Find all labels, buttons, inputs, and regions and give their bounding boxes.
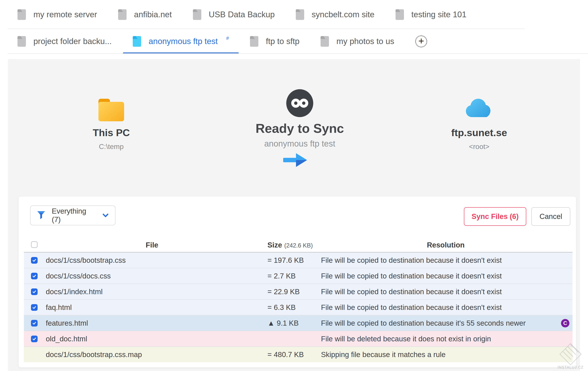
destination-path: <root> <box>424 142 535 151</box>
file-size: = 22.9 KB <box>267 288 300 296</box>
watermark: INSTALUJ.CZ <box>554 343 587 370</box>
app-window: my remote server anfibia.net USB Data Ba… <box>0 0 588 371</box>
chevron-down-icon <box>103 214 108 217</box>
file-name: old_doc.html <box>46 335 87 343</box>
resolution-text: File will be deleted because it does not… <box>321 335 491 343</box>
profile-tab[interactable]: USB Data Backup <box>193 0 275 29</box>
file-diff-table: File Size(242.6 KB) Resolution docs/1/cs… <box>24 240 573 362</box>
watermark-diamond-icon <box>559 343 582 365</box>
source-path: C:\temp <box>56 142 167 151</box>
profile-tab-label: anfibia.net <box>134 10 172 19</box>
profile-tab[interactable]: my remote server <box>18 0 97 29</box>
sync-files-button[interactable]: Sync Files (6) <box>464 207 526 226</box>
filter-label: Everything (7) <box>52 207 96 224</box>
file-name: docs/1/css/bootstrap.css <box>46 256 126 264</box>
profile-tab-label: project folder backu... <box>33 37 112 46</box>
profile-tab[interactable]: anonymous ftp test # <box>133 29 229 54</box>
column-header-size: Size(242.6 KB) <box>267 241 313 249</box>
profile-tab-label: anonymous ftp test <box>149 37 218 46</box>
remote-server-cloud-icon <box>465 98 494 121</box>
row-checkbox[interactable] <box>31 336 38 342</box>
profile-icon <box>133 36 141 47</box>
check-icon <box>32 337 36 341</box>
profile-tab[interactable]: syncbelt.com site <box>296 0 375 29</box>
file-name: docs/1/css/docs.css <box>46 272 111 280</box>
profile-tab[interactable]: project folder backu... <box>18 29 112 54</box>
copy-newer-badge: C <box>561 319 569 327</box>
resolution-text: File will be copied to destination becau… <box>321 288 502 296</box>
profile-icon <box>296 9 304 20</box>
source-title: This PC <box>56 127 167 139</box>
local-folder-icon <box>98 99 124 121</box>
profile-tab[interactable]: ftp to sftp <box>250 29 300 54</box>
add-profile-button[interactable]: + <box>415 35 427 47</box>
profile-icon <box>118 9 126 20</box>
filter-funnel-icon <box>37 211 45 220</box>
sync-status-icon <box>286 89 313 117</box>
profile-icon <box>193 9 201 20</box>
cancel-button[interactable]: Cancel <box>531 207 570 226</box>
profile-tabs-row-2: project folder backu... anonymous ftp te… <box>0 29 588 54</box>
table-row[interactable]: faq.html = 6.3 KB File will be copied to… <box>24 299 573 315</box>
column-header-file: File <box>119 241 185 249</box>
resolution-text: Skipping file because it matches a rule <box>321 350 446 359</box>
check-icon <box>32 274 36 278</box>
row-checkbox[interactable] <box>31 304 38 311</box>
column-header-resolution: Resolution <box>413 241 479 249</box>
check-icon <box>32 290 36 294</box>
resolution-text: File will be copied to destination becau… <box>321 272 502 280</box>
table-body: docs/1/css/bootstrap.css = 197.6 KB File… <box>24 252 573 362</box>
file-size: ▲ 9.1 KB <box>267 319 299 327</box>
check-icon <box>32 321 36 325</box>
profile-icon <box>18 9 26 20</box>
profile-tab[interactable]: testing site 101 <box>396 0 467 29</box>
infinity-icon <box>291 98 308 108</box>
table-row[interactable]: docs/1/css/docs.css = 2.7 KB File will b… <box>24 268 573 284</box>
profile-tab-label: ftp to sftp <box>266 37 300 46</box>
sync-status-title: Ready to Sync <box>233 121 366 136</box>
table-row[interactable]: docs/1/css/bootstrap.css.map = 480.7 KB … <box>24 346 573 362</box>
file-size: = 197.6 KB <box>267 256 304 264</box>
profile-icon <box>396 9 404 20</box>
table-row[interactable]: docs/1/index.html = 22.9 KB File will be… <box>24 284 573 299</box>
tabs-divider <box>8 53 588 54</box>
table-row[interactable]: docs/1/css/bootstrap.css = 197.6 KB File… <box>24 252 573 268</box>
profile-tabs-row-1: my remote server anfibia.net USB Data Ba… <box>0 0 588 29</box>
profile-tab-label: my photos to us <box>336 37 394 46</box>
row-checkbox[interactable] <box>31 257 38 264</box>
file-size: = 6.3 KB <box>267 303 296 312</box>
filter-dropdown[interactable]: Everything (7) <box>30 206 116 225</box>
profile-icon <box>321 36 329 47</box>
sync-preview-panel: Everything (7) Sync Files (6) Cancel Fil… <box>19 196 576 368</box>
sync-job-name: anonymous ftp test <box>233 139 366 149</box>
table-header: File Size(242.6 KB) Resolution <box>24 240 573 252</box>
table-row[interactable]: old_doc.html File will be deleted becaus… <box>24 331 573 346</box>
profile-tab-label: USB Data Backup <box>209 10 275 19</box>
resolution-text: File will be copied to destination becau… <box>321 256 502 264</box>
file-name: faq.html <box>46 303 72 312</box>
watermark-label: INSTALUJ.CZ <box>554 365 587 370</box>
sync-direction-arrow-icon <box>283 152 307 169</box>
destination-title: ftp.sunet.se <box>424 127 535 139</box>
profile-tab[interactable]: my photos to us <box>321 29 394 54</box>
select-all-checkbox[interactable] <box>31 241 38 248</box>
file-name: docs/1/css/bootstrap.css.map <box>46 350 142 359</box>
profile-tab[interactable]: anfibia.net <box>118 0 172 29</box>
profile-tab-suffix: # <box>226 35 229 41</box>
row-checkbox[interactable] <box>31 273 38 279</box>
plus-icon: + <box>418 36 424 46</box>
file-name: features.html <box>46 319 88 327</box>
file-name: docs/1/index.html <box>46 288 103 296</box>
profile-tab-label: syncbelt.com site <box>312 10 375 19</box>
check-icon <box>32 306 36 309</box>
profile-icon <box>18 36 26 47</box>
file-size: = 2.7 KB <box>267 272 296 280</box>
table-row[interactable]: features.html ▲ 9.1 KB File will be copi… <box>24 315 573 331</box>
row-checkbox[interactable] <box>31 320 38 327</box>
profile-icon <box>250 36 258 47</box>
profile-tab-label: testing site 101 <box>411 10 467 19</box>
profile-tab-label: my remote server <box>33 10 97 19</box>
size-header-label: Size <box>267 241 282 249</box>
row-checkbox[interactable] <box>31 288 38 295</box>
check-icon <box>32 258 36 262</box>
